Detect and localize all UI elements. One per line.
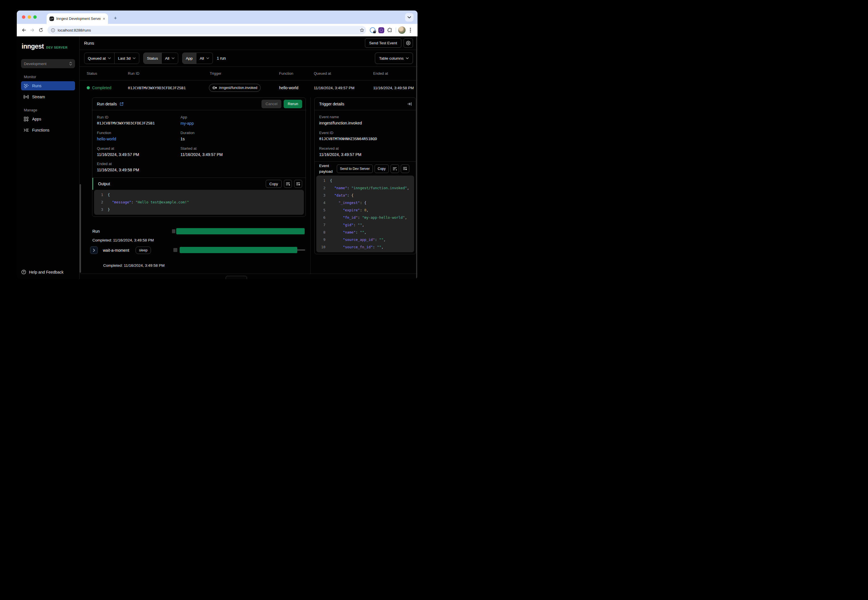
desktop: Inngest Development Server × + localhost… (0, 0, 434, 300)
stream-broadcast-icon (24, 95, 29, 99)
code-line: 9 "source_app_id": "", (316, 236, 414, 244)
word-wrap-icon (286, 182, 290, 185)
status-filter-value: All (165, 56, 169, 61)
payload-word-wrap-button[interactable] (390, 165, 399, 173)
field-queued-at: Queued at 11/16/2024, 3:49:57 PM (97, 146, 181, 158)
code-line: 1{ (316, 177, 414, 184)
table-columns-button[interactable]: Table columns (375, 53, 413, 64)
run-completed-text: Completed: 11/16/2024, 3:49:58 PM (93, 238, 154, 242)
field-received-at: Received at 11/16/2024, 3:49:57 PM (319, 146, 411, 157)
gear-icon (406, 41, 411, 46)
trigger-fields: Event name inngest/function.invoked Even… (315, 110, 416, 161)
app-filter-value: All (200, 56, 204, 61)
rerun-button[interactable]: Rerun (284, 100, 302, 108)
help-and-feedback[interactable]: Help and Feedback (21, 270, 64, 274)
functions-terminal-icon (24, 128, 29, 132)
close-window-button[interactable] (22, 15, 25, 19)
tab-search-button[interactable] (405, 13, 414, 21)
inngest-app: inngest DEV SERVER Development Monitor R… (17, 36, 417, 279)
sidebar-item-functions[interactable]: Functions (21, 126, 75, 135)
run-details-panel: Run details Cancel Rerun Run ID 01JCVBTM… (92, 97, 306, 217)
event-payload-code-block[interactable]: 1{2 "name": "inngest/function.invoked",3… (316, 176, 414, 252)
app-filter-select[interactable]: All (196, 53, 212, 64)
sidebar-item-stream[interactable]: Stream (21, 92, 75, 102)
browser-tab[interactable]: Inngest Development Server × (47, 14, 108, 24)
sidebar: inngest DEV SERVER Development Monitor R… (17, 36, 80, 279)
minimize-window-button[interactable] (27, 15, 31, 19)
status-filter-group: Status All (143, 53, 178, 64)
table-header: Status Run ID Trigger Function Queued at… (80, 67, 417, 80)
scroll-to-bottom-button[interactable] (294, 180, 302, 188)
zoom-window-button[interactable] (33, 15, 36, 19)
cancel-button[interactable]: Cancel (261, 100, 281, 108)
time-range-filter[interactable]: Last 3d (114, 53, 139, 64)
help-circle-icon (21, 270, 26, 274)
reload-button[interactable] (36, 26, 45, 34)
main-scrollbar-thumb[interactable] (80, 184, 81, 273)
send-to-dev-server-button[interactable]: Send to Dev Server (337, 165, 373, 173)
runs-list-icon (24, 84, 29, 88)
page-scrollbar[interactable] (416, 36, 417, 279)
time-field-filter[interactable]: Queued at (84, 53, 114, 64)
field-started-at: Started at 11/16/2024, 3:49:57 PM (181, 146, 301, 158)
trigger-pill[interactable]: inngest/function.invoked (209, 84, 261, 92)
settings-button[interactable] (404, 38, 413, 48)
step-duration-bar[interactable] (180, 247, 297, 253)
copy-payload-button[interactable]: Copy (375, 165, 389, 173)
output-code-block[interactable]: 1{2 "message": "Hello test@example.com!"… (94, 190, 304, 215)
payload-scroll-bottom-button[interactable] (401, 165, 409, 173)
status-filter-select[interactable]: All (161, 53, 178, 64)
site-info-icon[interactable] (51, 28, 55, 32)
status-filter-label: Status (144, 53, 161, 64)
purple-extension-icon[interactable] (377, 26, 385, 34)
app-link[interactable]: my-app (181, 121, 301, 126)
external-link-icon[interactable] (120, 102, 124, 106)
window-controls[interactable] (22, 15, 36, 19)
event-icon (212, 86, 217, 89)
puzzle-icon (387, 27, 393, 33)
step-name[interactable]: wait-a-moment (103, 248, 129, 253)
timeline-run-label[interactable]: Run (93, 229, 100, 233)
sidebar-item-label: Apps (32, 117, 41, 121)
function-link[interactable]: hello-world (97, 136, 181, 141)
sidebar-item-label: Stream (32, 95, 45, 99)
col-queued-at: Queued at (314, 71, 331, 76)
code-line: 5 "expire": 0, (316, 206, 414, 214)
sidebar-item-apps[interactable]: Apps (21, 115, 75, 124)
run-details-title: Run details (97, 102, 117, 106)
footer-button-partial[interactable] (226, 276, 247, 279)
close-tab-icon[interactable]: × (103, 17, 105, 21)
code-line: 3 "data": { (316, 192, 414, 199)
expand-step-button[interactable] (90, 246, 98, 254)
code-line: 7 "gid": "", (316, 221, 414, 229)
page-header: Runs Send Test Event (80, 36, 417, 50)
new-tab-button[interactable]: + (112, 15, 119, 22)
word-wrap-button[interactable] (284, 180, 292, 188)
trigger-details-header: Trigger details (315, 98, 416, 110)
col-status: Status (86, 71, 97, 76)
run-duration-bar[interactable] (176, 228, 305, 234)
back-button[interactable] (20, 26, 28, 34)
extensions-puzzle-icon[interactable] (385, 26, 394, 34)
time-filter-group: Queued at Last 3d (84, 53, 139, 64)
address-bar[interactable]: localhost:8288/runs (47, 26, 366, 34)
step-queue-notch (173, 248, 178, 252)
code-line: 6 "fn_id": "my-app-hello-world", (316, 214, 414, 221)
send-test-event-button[interactable]: Send Test Event (365, 38, 401, 48)
forward-button[interactable] (28, 26, 36, 34)
table-row[interactable]: Completed 01JCVBTMV3WXY9D3CFDEJFZSB1 inn… (80, 80, 417, 95)
browser-menu-button[interactable] (406, 26, 415, 34)
app-filter-group: App All (182, 53, 213, 64)
scroll-bottom-icon (403, 167, 407, 170)
password-manager-extension-icon[interactable] (368, 26, 377, 34)
apps-grid-icon (24, 117, 29, 121)
copy-output-button[interactable]: Copy (266, 180, 282, 188)
tab-title: Inngest Development Server (56, 17, 101, 21)
collapse-panel-icon[interactable] (407, 102, 412, 106)
bookmark-star-icon[interactable] (360, 28, 364, 33)
status-dot-icon (86, 86, 90, 89)
environment-select[interactable]: Development (21, 59, 75, 68)
profile-avatar[interactable] (398, 26, 406, 34)
sidebar-item-runs[interactable]: Runs (21, 81, 75, 90)
run-queue-notch (172, 229, 175, 233)
